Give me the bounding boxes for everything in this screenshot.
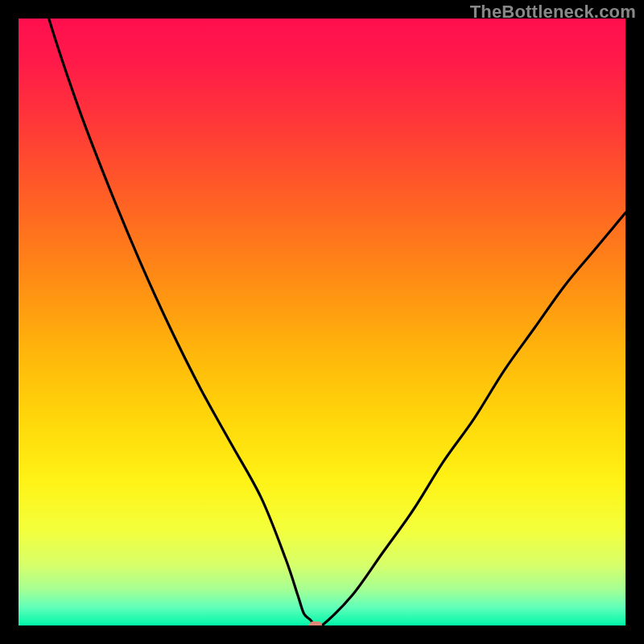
minimum-marker bbox=[309, 621, 322, 625]
bottleneck-curve bbox=[19, 19, 625, 625]
chart-frame: TheBottleneck.com bbox=[0, 0, 644, 644]
watermark-text: TheBottleneck.com bbox=[470, 2, 636, 23]
plot-area bbox=[19, 19, 625, 625]
